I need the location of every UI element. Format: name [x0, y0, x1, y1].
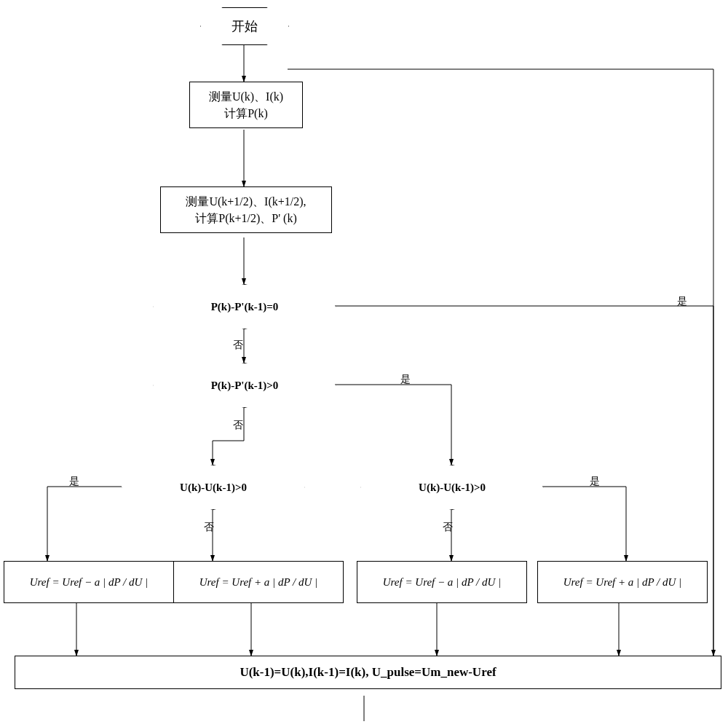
measure2-line1: 测量U(k+1/2)、I(k+1/2), — [186, 193, 306, 210]
d1-no-label: 否 — [233, 339, 243, 352]
measure1-line2: 计算P(k) — [209, 105, 283, 122]
d1-yes-label: 是 — [677, 295, 687, 308]
formula3-uref-minus: Uref = Uref − a | dP / dU | — [357, 561, 527, 603]
d3r-label: U(k)-U(k-1)>0 — [419, 482, 486, 494]
start-node: 开始 — [200, 7, 289, 45]
measure2-line2: 计算P(k+1/2)、P' (k) — [186, 210, 306, 227]
d3l-no-label: 否 — [204, 521, 214, 534]
start-label: 开始 — [232, 17, 258, 35]
d1-label: P(k)-P'(k-1)=0 — [211, 301, 279, 313]
d3r-yes-label: 是 — [590, 475, 600, 488]
formula4-uref-plus: Uref = Uref + a | dP / dU | — [537, 561, 708, 603]
decision3-right-uk: U(k)-U(k-1)>0 — [360, 465, 544, 510]
d3l-yes-label: 是 — [69, 475, 79, 488]
decision1-pk-equal-zero: P(k)-P'(k-1)=0 — [153, 284, 336, 329]
f4-text: Uref = Uref + a | dP / dU | — [563, 576, 682, 589]
measure2-process: 测量U(k+1/2)、I(k+1/2), 计算P(k+1/2)、P' (k) — [160, 186, 332, 233]
d2-no-label: 否 — [233, 419, 243, 432]
d3l-label: U(k)-U(k-1)>0 — [180, 482, 247, 494]
update-process: U(k-1)=U(k),I(k-1)=I(k), U_pulse=Um_new-… — [15, 656, 721, 689]
formula2-uref-plus: Uref = Uref + a | dP / dU | — [173, 561, 344, 603]
f3-text: Uref = Uref − a | dP / dU | — [383, 576, 502, 589]
f2-text: Uref = Uref + a | dP / dU | — [199, 576, 318, 589]
measure1-line1: 测量U(k)、I(k) — [209, 88, 283, 105]
formula1-uref-minus: Uref = Uref − a | dP / dU | — [4, 561, 174, 603]
decision2-pk-greater-zero: P(k)-P'(k-1)>0 — [153, 363, 336, 408]
d3r-no-label: 否 — [443, 521, 453, 534]
decision3-left-uk: U(k)-U(k-1)>0 — [122, 465, 305, 510]
f1-text: Uref = Uref − a | dP / dU | — [30, 576, 149, 589]
d2-yes-label: 是 — [400, 373, 411, 386]
d2-label: P(k)-P'(k-1)>0 — [211, 380, 279, 392]
measure1-process: 测量U(k)、I(k) 计算P(k) — [189, 82, 303, 128]
update-text: U(k-1)=U(k),I(k-1)=I(k), U_pulse=Um_new-… — [240, 665, 496, 680]
